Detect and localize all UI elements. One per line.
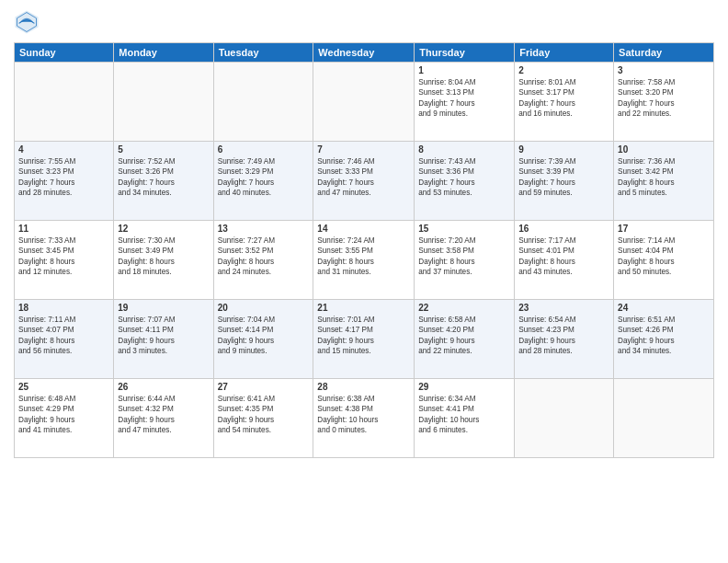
day-number: 28 [317,382,410,392]
calendar-cell: 26Sunrise: 6:44 AMSunset: 4:32 PMDayligh… [114,379,213,458]
calendar-week-row: 11Sunrise: 7:33 AMSunset: 3:45 PMDayligh… [15,221,714,300]
day-info: Sunrise: 6:58 AMSunset: 4:20 PMDaylight:… [418,315,510,357]
page: SundayMondayTuesdayWednesdayThursdayFrid… [0,0,728,563]
day-number: 13 [218,224,310,234]
calendar-cell [614,379,714,458]
day-number: 23 [518,303,609,313]
day-info: Sunrise: 7:07 AMSunset: 4:11 PMDaylight:… [118,315,209,357]
calendar-cell: 25Sunrise: 6:48 AMSunset: 4:29 PMDayligh… [15,379,114,458]
calendar-cell [515,379,614,458]
day-number: 27 [218,382,310,392]
day-number: 10 [618,144,710,155]
calendar-cell: 24Sunrise: 6:51 AMSunset: 4:26 PMDayligh… [614,300,714,379]
day-info: Sunrise: 8:01 AMSunset: 3:17 PMDaylight:… [518,77,609,120]
calendar-cell: 23Sunrise: 6:54 AMSunset: 4:23 PMDayligh… [515,300,614,379]
calendar-cell: 14Sunrise: 7:24 AMSunset: 3:55 PMDayligh… [313,221,415,300]
day-number: 22 [418,303,510,313]
day-info: Sunrise: 7:30 AMSunset: 3:49 PMDaylight:… [118,236,209,278]
day-number: 24 [618,303,710,313]
day-info: Sunrise: 7:11 AMSunset: 4:07 PMDaylight:… [18,315,109,357]
calendar-week-row: 1Sunrise: 8:04 AMSunset: 3:13 PMDaylight… [15,63,714,142]
day-number: 5 [118,144,209,155]
day-info: Sunrise: 7:04 AMSunset: 4:14 PMDaylight:… [218,315,310,357]
calendar-cell: 6Sunrise: 7:49 AMSunset: 3:29 PMDaylight… [213,142,313,221]
calendar-cell: 15Sunrise: 7:20 AMSunset: 3:58 PMDayligh… [415,221,515,300]
calendar-header-row: SundayMondayTuesdayWednesdayThursdayFrid… [15,43,714,63]
day-number: 20 [218,303,310,313]
day-number: 1 [418,65,510,75]
day-number: 3 [618,65,710,75]
calendar-cell: 28Sunrise: 6:38 AMSunset: 4:38 PMDayligh… [313,379,415,458]
calendar-cell: 21Sunrise: 7:01 AMSunset: 4:17 PMDayligh… [313,300,415,379]
day-number: 18 [18,303,109,313]
calendar-cell: 16Sunrise: 7:17 AMSunset: 4:01 PMDayligh… [515,221,614,300]
calendar-table: SundayMondayTuesdayWednesdayThursdayFrid… [14,42,714,458]
calendar-day-header: Wednesday [313,43,415,63]
day-number: 11 [18,224,109,234]
day-info: Sunrise: 7:20 AMSunset: 3:58 PMDaylight:… [418,236,510,278]
day-info: Sunrise: 7:52 AMSunset: 3:26 PMDaylight:… [118,156,209,199]
calendar-cell: 10Sunrise: 7:36 AMSunset: 3:42 PMDayligh… [614,142,714,221]
day-info: Sunrise: 7:24 AMSunset: 3:55 PMDaylight:… [317,236,410,278]
day-info: Sunrise: 8:04 AMSunset: 3:13 PMDaylight:… [418,77,510,120]
day-info: Sunrise: 6:51 AMSunset: 4:26 PMDaylight:… [618,315,710,357]
day-number: 9 [518,144,609,155]
day-info: Sunrise: 7:17 AMSunset: 4:01 PMDaylight:… [518,236,609,278]
logo-icon [14,9,40,35]
calendar-day-header: Monday [114,43,213,63]
calendar-cell: 9Sunrise: 7:39 AMSunset: 3:39 PMDaylight… [515,142,614,221]
calendar-cell [213,63,313,142]
calendar-cell: 29Sunrise: 6:34 AMSunset: 4:41 PMDayligh… [415,379,515,458]
day-number: 25 [18,382,109,392]
calendar-week-row: 4Sunrise: 7:55 AMSunset: 3:23 PMDaylight… [15,142,714,221]
calendar-cell: 27Sunrise: 6:41 AMSunset: 4:35 PMDayligh… [213,379,313,458]
day-info: Sunrise: 6:44 AMSunset: 4:32 PMDaylight:… [118,394,209,436]
logo [14,9,43,35]
calendar-cell: 7Sunrise: 7:46 AMSunset: 3:33 PMDaylight… [313,142,415,221]
calendar-cell [313,63,415,142]
calendar-day-header: Tuesday [213,43,313,63]
day-info: Sunrise: 6:54 AMSunset: 4:23 PMDaylight:… [518,315,609,357]
day-info: Sunrise: 6:41 AMSunset: 4:35 PMDaylight:… [218,394,310,436]
calendar-day-header: Sunday [15,43,114,63]
calendar-cell: 17Sunrise: 7:14 AMSunset: 4:04 PMDayligh… [614,221,714,300]
day-number: 2 [518,65,609,75]
day-number: 8 [418,144,510,155]
day-number: 14 [317,224,410,234]
day-info: Sunrise: 7:49 AMSunset: 3:29 PMDaylight:… [218,156,310,199]
day-number: 15 [418,224,510,234]
day-number: 29 [418,382,510,392]
day-number: 7 [317,144,410,155]
calendar-week-row: 25Sunrise: 6:48 AMSunset: 4:29 PMDayligh… [15,379,714,458]
day-number: 26 [118,382,209,392]
calendar-cell: 5Sunrise: 7:52 AMSunset: 3:26 PMDaylight… [114,142,213,221]
calendar-cell: 4Sunrise: 7:55 AMSunset: 3:23 PMDaylight… [15,142,114,221]
calendar-cell [114,63,213,142]
calendar-cell: 11Sunrise: 7:33 AMSunset: 3:45 PMDayligh… [15,221,114,300]
calendar-cell: 22Sunrise: 6:58 AMSunset: 4:20 PMDayligh… [415,300,515,379]
day-info: Sunrise: 7:46 AMSunset: 3:33 PMDaylight:… [317,156,410,199]
calendar-cell [15,63,114,142]
calendar-cell: 2Sunrise: 8:01 AMSunset: 3:17 PMDaylight… [515,63,614,142]
day-info: Sunrise: 7:27 AMSunset: 3:52 PMDaylight:… [218,236,310,278]
day-number: 16 [518,224,609,234]
calendar-cell: 8Sunrise: 7:43 AMSunset: 3:36 PMDaylight… [415,142,515,221]
day-info: Sunrise: 6:34 AMSunset: 4:41 PMDaylight:… [418,394,510,436]
day-info: Sunrise: 7:01 AMSunset: 4:17 PMDaylight:… [317,315,410,357]
day-info: Sunrise: 7:33 AMSunset: 3:45 PMDaylight:… [18,236,109,278]
day-number: 4 [18,144,109,155]
day-number: 19 [118,303,209,313]
calendar-cell: 3Sunrise: 7:58 AMSunset: 3:20 PMDaylight… [614,63,714,142]
day-info: Sunrise: 7:36 AMSunset: 3:42 PMDaylight:… [618,156,710,199]
day-number: 17 [618,224,710,234]
calendar-day-header: Friday [515,43,614,63]
calendar-week-row: 18Sunrise: 7:11 AMSunset: 4:07 PMDayligh… [15,300,714,379]
calendar-day-header: Thursday [415,43,515,63]
day-info: Sunrise: 7:43 AMSunset: 3:36 PMDaylight:… [418,156,510,199]
calendar-cell: 1Sunrise: 8:04 AMSunset: 3:13 PMDaylight… [415,63,515,142]
day-info: Sunrise: 7:55 AMSunset: 3:23 PMDaylight:… [18,156,109,199]
day-info: Sunrise: 6:38 AMSunset: 4:38 PMDaylight:… [317,394,410,436]
day-info: Sunrise: 7:14 AMSunset: 4:04 PMDaylight:… [618,236,710,278]
calendar-cell: 20Sunrise: 7:04 AMSunset: 4:14 PMDayligh… [213,300,313,379]
calendar-cell: 18Sunrise: 7:11 AMSunset: 4:07 PMDayligh… [15,300,114,379]
